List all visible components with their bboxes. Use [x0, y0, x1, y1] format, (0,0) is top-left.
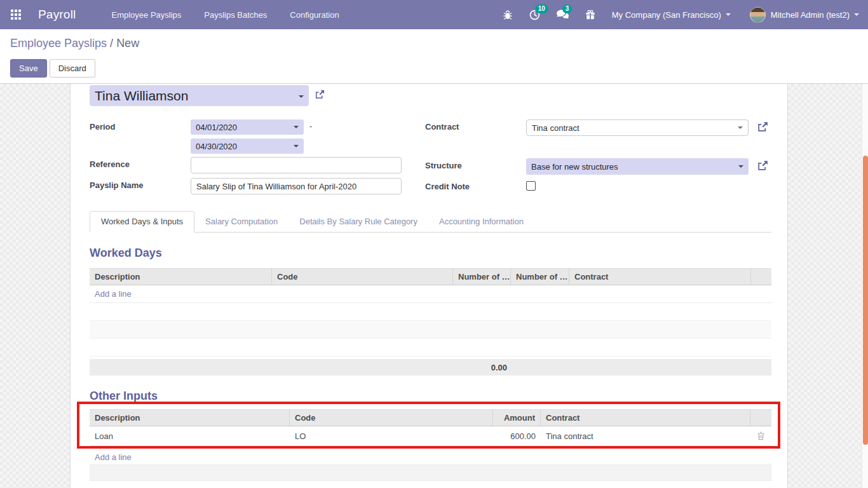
systray: 10 3 My Company (San Francisco) [486, 7, 859, 23]
period-from-field[interactable]: 04/01/2020 [191, 119, 304, 135]
debug-bug-icon[interactable] [503, 10, 513, 20]
top-navbar: Payroll Employee Payslips Payslips Batch… [0, 0, 868, 29]
column-header-number-of-hours[interactable]: Number of … [511, 269, 569, 285]
contract-value: Tina contract [532, 123, 580, 133]
top-menu-bar: Employee Payslips Payslips Batches Confi… [111, 10, 339, 20]
worked-days-total-row: 0.00 [90, 359, 771, 376]
user-avatar[interactable] [750, 7, 766, 23]
discard-button[interactable]: Discard [50, 59, 95, 78]
user-menu[interactable]: Mitchell Admin (test2) [771, 10, 859, 20]
column-header-amount[interactable]: Amount [493, 410, 541, 426]
cell-amount[interactable]: 600.00 [493, 431, 541, 441]
other-inputs-add-line-link[interactable]: Add a line [90, 452, 137, 462]
notebook-tabs: Worked Days & Inputs Salary Computation … [90, 212, 771, 233]
column-header-contract[interactable]: Contract [541, 410, 750, 426]
control-panel-buttons: Save Discard [10, 59, 95, 78]
dropdown-caret-icon [738, 126, 743, 129]
cell-contract[interactable]: Tina contract [541, 431, 750, 441]
column-header-code[interactable]: Code [290, 410, 493, 426]
payslip-name-label: Payslip Name [90, 180, 144, 190]
worked-days-add-line-link[interactable]: Add a line [90, 289, 137, 299]
company-switcher[interactable]: My Company (San Francisco) [612, 10, 731, 20]
apps-menu-icon[interactable] [8, 6, 24, 23]
chevron-down-icon [854, 13, 859, 16]
form-sheet: Tina Williamson Period 04/01/2020 - 04/3… [70, 84, 788, 488]
credit-note-label: Credit Note [425, 182, 470, 191]
worked-days-header-row: Description Code Number of … Number of …… [90, 268, 771, 285]
menu-payslips-batches[interactable]: Payslips Batches [204, 10, 267, 20]
scrollbar-thumb[interactable] [863, 156, 868, 445]
structure-external-link-icon[interactable] [757, 160, 768, 174]
worked-days-title: Worked Days [90, 247, 162, 260]
vertical-scrollbar-track[interactable] [862, 84, 868, 488]
empty-table-row [90, 303, 771, 321]
structure-value: Base for new structures [531, 162, 618, 172]
period-to-field[interactable]: 04/30/2020 [191, 139, 304, 154]
worked-days-table: Description Code Number of … Number of …… [90, 268, 771, 376]
contract-label: Contract [425, 122, 459, 132]
tab-accounting-information[interactable]: Accounting Information [428, 212, 534, 232]
chevron-down-icon [726, 13, 731, 16]
dropdown-caret-icon [738, 165, 743, 168]
other-inputs-row-loan[interactable]: Loan LO 600.00 Tina contract [90, 426, 771, 446]
contract-external-link-icon[interactable] [757, 121, 768, 135]
employee-external-link-icon[interactable] [315, 90, 325, 102]
control-panel: Employee Payslips / New Save Discard [0, 29, 868, 84]
activities-clock-icon[interactable]: 10 [529, 10, 540, 20]
period-label: Period [90, 122, 115, 132]
tab-salary-computation[interactable]: Salary Computation [194, 212, 288, 232]
credit-note-checkbox[interactable] [526, 181, 536, 191]
empty-table-row [90, 464, 771, 481]
form-view-background: Tina Williamson Period 04/01/2020 - 04/3… [0, 84, 868, 488]
column-header-actions [750, 410, 771, 426]
save-button[interactable]: Save [10, 59, 47, 78]
worked-days-add-line-row: Add a line [90, 285, 771, 303]
menu-employee-payslips[interactable]: Employee Payslips [111, 10, 181, 20]
contract-field[interactable]: Tina contract [526, 119, 749, 136]
column-header-description[interactable]: Description [90, 410, 290, 426]
other-inputs-header-row: Description Code Amount Contract [90, 409, 771, 426]
cell-description[interactable]: Loan [90, 431, 290, 441]
employee-field[interactable]: Tina Williamson [90, 85, 309, 106]
empty-table-row [90, 321, 771, 339]
user-name: Mitchell Admin (test2) [771, 10, 850, 20]
menu-configuration[interactable]: Configuration [290, 10, 339, 20]
payroll-app-window: Payroll Employee Payslips Payslips Batch… [0, 0, 868, 488]
reference-label: Reference [90, 159, 130, 169]
period-to-value: 04/30/2020 [196, 142, 237, 151]
messages-count-badge: 3 [562, 4, 573, 13]
activities-count-badge: 10 [535, 4, 548, 13]
dropdown-caret-icon [294, 126, 299, 128]
dropdown-caret-icon [294, 145, 299, 147]
company-name: My Company (San Francisco) [612, 10, 721, 20]
app-title: Payroll [38, 8, 76, 22]
column-header-actions [751, 269, 771, 285]
structure-label: Structure [425, 161, 462, 170]
employee-value: Tina Williamson [95, 88, 188, 104]
period-separator: - [309, 121, 312, 131]
column-header-code[interactable]: Code [272, 269, 453, 285]
breadcrumb-current: New [116, 37, 139, 50]
cell-code[interactable]: LO [290, 431, 493, 441]
reference-input[interactable] [191, 157, 402, 173]
tab-worked-days-inputs[interactable]: Worked Days & Inputs [90, 211, 194, 233]
column-header-number-of-days[interactable]: Number of … [453, 269, 511, 285]
other-inputs-table: Description Code Amount Contract Loan LO… [90, 409, 771, 481]
breadcrumb-parent-link[interactable]: Employee Payslips [10, 37, 107, 50]
empty-table-row [90, 339, 771, 356]
column-header-contract[interactable]: Contract [569, 269, 751, 285]
payslip-name-input[interactable] [191, 178, 402, 194]
breadcrumb: Employee Payslips / New [10, 37, 139, 50]
period-from-value: 04/01/2020 [196, 123, 237, 132]
messages-icon[interactable]: 3 [557, 10, 569, 20]
other-inputs-title: Other Inputs [90, 390, 158, 403]
delete-row-trash-icon[interactable] [750, 431, 771, 440]
other-inputs-add-line-row: Add a line [90, 449, 771, 464]
worked-days-total-value: 0.00 [90, 363, 511, 372]
column-header-description[interactable]: Description [90, 269, 272, 285]
structure-field[interactable]: Base for new structures [526, 158, 749, 175]
breadcrumb-separator: / [110, 37, 116, 50]
dropdown-caret-icon [299, 95, 304, 98]
gift-icon[interactable] [585, 10, 595, 20]
tab-details-by-salary-rule-category[interactable]: Details By Salary Rule Category [288, 212, 428, 232]
